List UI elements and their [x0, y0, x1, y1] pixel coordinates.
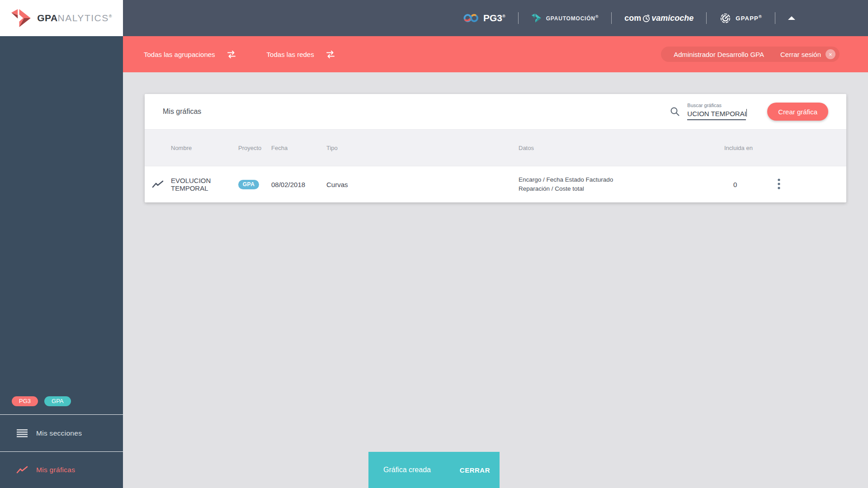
row-date: 08/02/2018 — [271, 181, 326, 188]
pg3-logo[interactable]: PG3® — [463, 12, 505, 24]
col-tipo: Tipo — [326, 145, 519, 151]
search-icon[interactable] — [669, 106, 681, 117]
row-data-line1: Encargo / Fecha Estado Facturado — [519, 175, 724, 184]
coche-label-post: vamicoche — [651, 14, 693, 23]
clock-icon — [642, 14, 651, 23]
sidebar: GPANALYTICS® PG3 GPA Mis secciones — [0, 0, 123, 488]
gpautomocion-logo[interactable]: GPAUTOMOCIÓN® — [531, 14, 599, 23]
sidebar-badges: PG3 GPA — [0, 388, 123, 414]
row-included-count: 0 — [724, 181, 776, 188]
table-header: Nombre Proyecto Fecha Tipo Datos Incluid… — [145, 129, 846, 166]
snackbar: Gráfica creada CERRAR — [368, 452, 500, 488]
gpa-chip[interactable]: GPA — [44, 396, 71, 406]
search-area: Buscar gráficas Crear gráfica — [669, 103, 828, 121]
logout-x-icon[interactable]: × — [826, 49, 835, 59]
menu-icon — [16, 429, 28, 437]
header-divider — [775, 12, 775, 24]
row-data-line2: Reparación / Coste total — [519, 184, 724, 193]
search-input[interactable] — [687, 110, 746, 120]
text-caret — [746, 109, 747, 117]
gpa-analytics-arrow-icon — [11, 9, 33, 27]
line-chart-icon — [16, 465, 28, 474]
snackbar-message: Gráfica creada — [383, 466, 431, 474]
gpapp-logo[interactable]: GPAPP® — [719, 12, 762, 24]
col-nombre: Nombre — [171, 145, 238, 151]
sidebar-item-label: Mis gráficas — [36, 466, 75, 474]
row-chart-type-icon — [145, 180, 171, 189]
gpa-analytics-logo: GPANALYTICS® — [0, 0, 123, 36]
page-title: Mis gráficas — [163, 108, 201, 116]
gpapp-label: GPAPP® — [736, 14, 762, 22]
top-header: PG3® GPAUTOMOCIÓN® com — [123, 0, 868, 36]
app-root: GPANALYTICS® PG3 GPA Mis secciones — [0, 0, 868, 488]
row-more-menu-icon[interactable] — [776, 176, 782, 192]
gpautomocion-arrow-icon — [531, 14, 542, 23]
filter-redes-label: Todas las redes — [267, 51, 314, 58]
swap-icon[interactable] — [226, 50, 237, 59]
snackbar-close-button[interactable]: CERRAR — [457, 466, 493, 474]
pg3-chip[interactable]: PG3 — [12, 396, 38, 406]
row-type: Curvas — [326, 181, 519, 188]
collapse-header-arrow-icon[interactable] — [788, 16, 795, 20]
sidebar-item-secciones[interactable]: Mis secciones — [0, 415, 123, 451]
gpautomocion-label: GPAUTOMOCIÓN® — [546, 14, 599, 22]
col-datos: Datos — [519, 145, 724, 151]
col-fecha: Fecha — [271, 145, 326, 151]
row-name: EVOLUCION TEMPORAL — [171, 177, 238, 192]
mis-graficas-card: Mis gráficas Buscar gráficas Crear gráfi… — [145, 94, 846, 202]
sidebar-item-graficas[interactable]: Mis gráficas — [0, 452, 123, 488]
sidebar-item-label: Mis secciones — [36, 429, 82, 437]
gpa-analytics-wordmark: GPANALYTICS® — [37, 13, 112, 23]
project-badge: GPA — [238, 180, 259, 189]
search-field: Buscar gráficas — [687, 103, 746, 120]
logout-button[interactable]: Cerrar sesión × — [780, 49, 835, 59]
sidebar-bottom: PG3 GPA Mis secciones — [0, 388, 123, 488]
pg3-label: PG3® — [483, 13, 505, 23]
gpapp-wrench-icon — [719, 12, 731, 24]
coche-label-pre: com — [624, 14, 641, 23]
card-header: Mis gráficas Buscar gráficas Crear gráfi… — [145, 94, 846, 129]
create-chart-button[interactable]: Crear gráfica — [767, 103, 828, 121]
comprovamicoche-logo[interactable]: com vamicoche — [624, 14, 693, 23]
row-data: Encargo / Fecha Estado Facturado Reparac… — [519, 175, 724, 193]
app-switcher: PG3® GPAUTOMOCIÓN® com — [463, 0, 795, 36]
swap-icon[interactable] — [325, 50, 336, 59]
filter-agrupaciones-label: Todas las agrupaciones — [144, 51, 215, 58]
col-proyecto: Proyecto — [238, 145, 271, 151]
header-divider — [611, 12, 612, 24]
filter-agrupaciones[interactable]: Todas las agrupaciones — [144, 50, 237, 59]
logout-label: Cerrar sesión — [780, 51, 821, 58]
header-divider — [706, 12, 707, 24]
col-incluida-en: Incluida en — [724, 145, 776, 151]
pg3-infinity-icon — [463, 12, 479, 24]
search-field-label: Buscar gráficas — [687, 103, 722, 108]
admin-user-label: Administrador Desarrollo GPA — [674, 51, 764, 58]
filter-bar: Todas las agrupaciones Todas las redes A… — [123, 36, 868, 72]
table-row[interactable]: EVOLUCION TEMPORAL GPA 08/02/2018 Curvas… — [145, 166, 846, 202]
session-pill: Administrador Desarrollo GPA Cerrar sesi… — [661, 47, 840, 62]
header-divider — [518, 12, 519, 24]
filter-redes[interactable]: Todas las redes — [267, 50, 336, 59]
